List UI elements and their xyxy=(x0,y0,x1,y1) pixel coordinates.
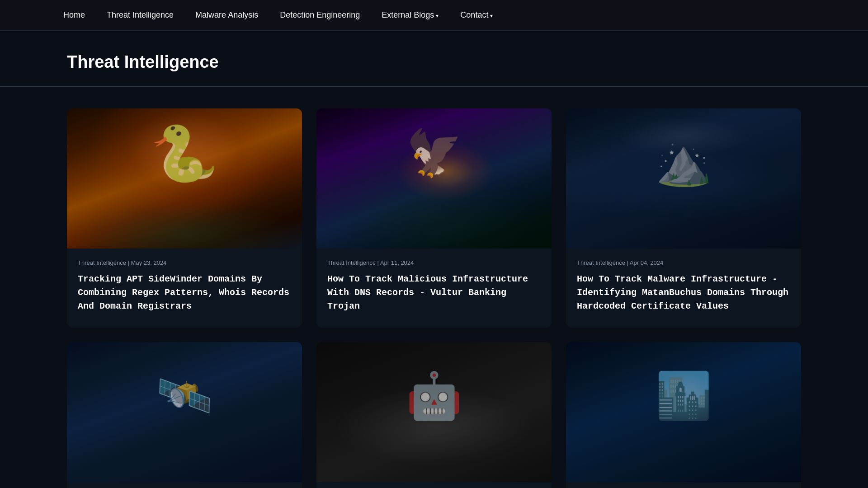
card-image xyxy=(316,108,552,249)
card-image xyxy=(316,342,552,482)
card-body: Threat Intelligence | Feb 10, 2024 Urban… xyxy=(566,482,801,488)
card-body: Threat Intelligence | Apr 04, 2024 How T… xyxy=(566,249,801,328)
card-meta: Threat Intelligence | May 23, 2024 xyxy=(78,259,291,266)
nav-contact-dropdown[interactable]: Contact ▾ xyxy=(460,10,493,20)
card-image xyxy=(566,108,801,249)
card-item[interactable]: Threat Intelligence | May 23, 2024 Track… xyxy=(67,108,302,328)
nav-home[interactable]: Home xyxy=(63,10,85,20)
card-title: How To Track Malicious Infrastructure Wi… xyxy=(327,272,541,313)
nav-malware-analysis[interactable]: Malware Analysis xyxy=(195,10,258,20)
card-category: Threat Intelligence xyxy=(78,259,126,266)
card-item[interactable]: Threat Intelligence | Feb 10, 2024 Urban… xyxy=(566,342,801,488)
nav-external-blogs-dropdown[interactable]: External Blogs ▾ xyxy=(382,10,439,20)
nav-detection-engineering[interactable]: Detection Engineering xyxy=(280,10,360,20)
chevron-down-icon: ▾ xyxy=(436,13,439,19)
card-body: Threat Intelligence | Feb 28, 2024 Robot… xyxy=(316,482,552,488)
card-item[interactable]: Threat Intelligence | Apr 11, 2024 How T… xyxy=(316,108,552,328)
card-image xyxy=(67,108,302,249)
nav-threat-intelligence[interactable]: Threat Intelligence xyxy=(107,10,174,20)
card-body: Threat Intelligence | May 23, 2024 Track… xyxy=(67,249,302,328)
card-item[interactable]: Threat Intelligence | Apr 04, 2024 How T… xyxy=(566,108,801,328)
main-nav: Home Threat Intelligence Malware Analysi… xyxy=(0,0,868,31)
card-category: Threat Intelligence xyxy=(577,259,625,266)
card-image xyxy=(67,342,302,482)
page-header: Threat Intelligence xyxy=(0,31,868,87)
card-meta: Threat Intelligence | Apr 04, 2024 xyxy=(577,259,790,266)
chevron-down-icon: ▾ xyxy=(490,13,493,19)
card-category: Threat Intelligence xyxy=(327,259,376,266)
card-date-separator: | May 23, 2024 xyxy=(128,259,167,266)
card-item[interactable]: Threat Intelligence | Mar 15, 2024 Satel… xyxy=(67,342,302,488)
card-title: How To Track Malware Infrastructure - Id… xyxy=(577,272,790,313)
card-body: Threat Intelligence | Apr 11, 2024 How T… xyxy=(316,249,552,328)
card-body: Threat Intelligence | Mar 15, 2024 Satel… xyxy=(67,482,302,488)
page-title: Threat Intelligence xyxy=(67,52,801,72)
card-title: Tracking APT SideWinder Domains By Combi… xyxy=(78,272,291,313)
card-date-separator: | Apr 04, 2024 xyxy=(627,259,664,266)
card-item[interactable]: Threat Intelligence | Feb 28, 2024 Robot… xyxy=(316,342,552,488)
card-meta: Threat Intelligence | Apr 11, 2024 xyxy=(327,259,541,266)
card-image xyxy=(566,342,801,482)
card-date-separator: | Apr 11, 2024 xyxy=(377,259,414,266)
card-grid: Threat Intelligence | May 23, 2024 Track… xyxy=(0,87,868,488)
